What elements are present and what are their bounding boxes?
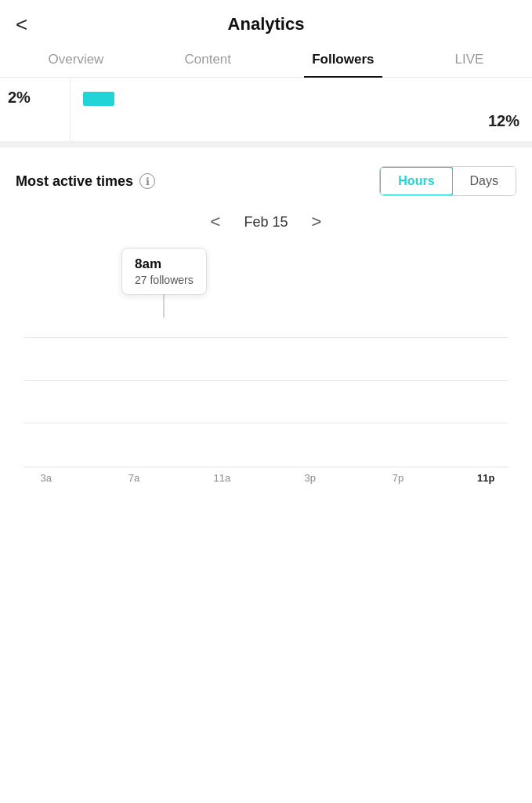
grid-line-mid bbox=[24, 380, 508, 381]
next-date-button[interactable]: > bbox=[312, 212, 322, 232]
days-toggle[interactable]: Days bbox=[453, 167, 516, 195]
most-active-times-section: Most active times ℹ Hours Days < Feb 15 … bbox=[0, 147, 532, 492]
x-label-3p: 3p bbox=[295, 472, 324, 484]
x-label-empty3 bbox=[149, 472, 178, 484]
tab-overview[interactable]: Overview bbox=[41, 42, 112, 77]
right-percent: 12% bbox=[488, 112, 519, 129]
x-label-empty8 bbox=[354, 472, 383, 484]
hours-toggle[interactable]: Hours bbox=[379, 166, 453, 196]
x-label-empty1 bbox=[60, 472, 89, 484]
x-label-empty9 bbox=[413, 472, 442, 484]
section-title-group: Most active times ℹ bbox=[16, 173, 155, 190]
current-date: Feb 15 bbox=[244, 214, 288, 231]
info-icon[interactable]: ℹ bbox=[139, 173, 155, 189]
x-label-empty6 bbox=[266, 472, 295, 484]
top-card-left: 2% bbox=[0, 78, 71, 141]
tab-live[interactable]: LIVE bbox=[447, 42, 492, 77]
x-label-empty7 bbox=[324, 472, 353, 484]
section-title: Most active times bbox=[16, 173, 133, 190]
left-percent: 2% bbox=[8, 89, 31, 107]
back-button[interactable]: < bbox=[16, 14, 27, 35]
top-card-right: 12% bbox=[71, 78, 532, 141]
page-title: Analytics bbox=[228, 14, 305, 35]
x-label-empty5 bbox=[237, 472, 266, 484]
x-label-7a: 7a bbox=[119, 472, 148, 484]
date-navigation: < Feb 15 > bbox=[16, 212, 516, 232]
toggle-group: Hours Days bbox=[379, 166, 516, 196]
tab-followers[interactable]: Followers bbox=[304, 42, 382, 77]
card-bar bbox=[83, 92, 114, 106]
x-axis: 3a 7a 11a 3p 7p 11p bbox=[24, 467, 508, 484]
x-label-empty2 bbox=[90, 472, 119, 484]
bar-chart bbox=[24, 248, 508, 467]
x-label-empty4 bbox=[178, 472, 207, 484]
x-label-7p: 7p bbox=[383, 472, 412, 484]
tab-content[interactable]: Content bbox=[177, 42, 240, 77]
tab-bar: Overview Content Followers LIVE bbox=[0, 42, 532, 78]
x-label-3a: 3a bbox=[31, 472, 60, 484]
x-label-empty10 bbox=[442, 472, 471, 484]
x-label-11p: 11p bbox=[472, 472, 501, 484]
card-bar-container bbox=[83, 92, 519, 106]
grid-line-top bbox=[24, 337, 508, 338]
chart-wrapper: 8am 27 followers bbox=[16, 248, 516, 484]
prev-date-button[interactable]: < bbox=[211, 212, 221, 232]
section-header: Most active times ℹ Hours Days bbox=[16, 166, 516, 196]
grid-line-low bbox=[24, 423, 508, 423]
header: < Analytics bbox=[0, 0, 532, 42]
grid-lines bbox=[24, 295, 508, 467]
top-cards-area: 2% 12% bbox=[0, 78, 532, 147]
x-label-11a: 11a bbox=[208, 472, 237, 484]
